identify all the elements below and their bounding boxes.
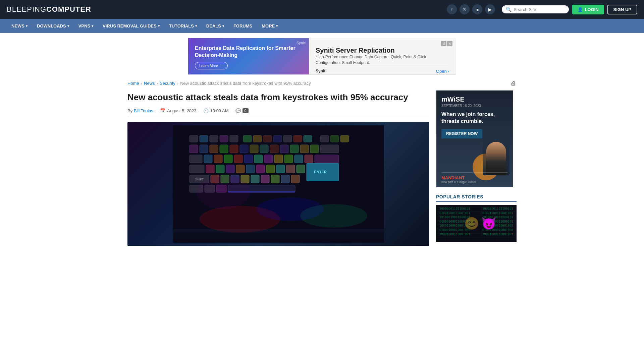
svg-rect-51	[276, 165, 285, 173]
search-input[interactable]	[514, 7, 565, 12]
nav-virus-removal[interactable]: VIRUS REMOVAL GUIDES ▾	[98, 19, 164, 33]
mandiant-sub: now part of Google Cloud	[441, 180, 508, 184]
svg-rect-44	[206, 165, 214, 173]
svg-rect-23	[260, 145, 268, 153]
ad-learn-more-button[interactable]: Learn More →	[195, 62, 228, 69]
breadcrumb-security[interactable]: Security	[160, 81, 175, 86]
youtube-icon[interactable]: ▶	[485, 4, 495, 14]
svg-rect-35	[244, 155, 253, 163]
main-container: New acoustic attack steals data from key…	[121, 90, 523, 253]
search-icon: 🔍	[506, 7, 512, 12]
ad-brand-label: Syniti	[297, 41, 306, 45]
mwise-register-button[interactable]: REGISTER NOW	[441, 129, 482, 138]
news-dropdown-arrow: ▾	[26, 24, 28, 28]
breadcrumb: Home › News › Security › New acoustic at…	[127, 81, 311, 86]
svg-point-74	[300, 204, 367, 228]
svg-rect-43	[190, 165, 204, 173]
nav-news[interactable]: NEWS ▾	[7, 19, 32, 33]
logo-bold: COMPUTER	[46, 5, 91, 13]
login-label: LOGIN	[585, 7, 598, 12]
svg-rect-33	[224, 155, 232, 163]
mastodon-icon[interactable]: m	[472, 4, 482, 14]
svg-rect-8	[263, 135, 272, 142]
svg-rect-40	[294, 155, 303, 163]
svg-point-75	[196, 176, 250, 209]
svg-rect-45	[216, 165, 224, 173]
svg-rect-1	[190, 135, 198, 142]
tutorials-dropdown-arrow: ▾	[195, 24, 197, 28]
print-icon[interactable]: 🖨	[511, 80, 517, 87]
svg-rect-26	[290, 145, 299, 153]
ad-banner: Syniti Enterprise Data Replication for S…	[188, 38, 456, 75]
svg-rect-13	[320, 135, 329, 142]
breadcrumb-home[interactable]: Home	[127, 81, 139, 86]
site-logo[interactable]: BLEEPINGCOMPUTER	[7, 5, 91, 14]
header-right: f 𝕏 m ▶ 🔍 👤 LOGIN SIGN UP	[447, 4, 637, 14]
comments-meta: 💬 0	[235, 108, 249, 113]
svg-rect-24	[270, 145, 278, 153]
nav-forums[interactable]: FORUMS	[229, 19, 257, 33]
mandiant-footer: MANDIANT now part of Google Cloud	[441, 172, 508, 184]
ad-right-panel: d ✕ Syniti Server Replication High-Perfo…	[309, 38, 456, 74]
svg-rect-34	[234, 155, 243, 163]
ad-options-button[interactable]: d	[441, 41, 446, 46]
login-button[interactable]: 👤 LOGIN	[572, 5, 604, 14]
deals-dropdown-arrow: ▾	[222, 24, 224, 28]
svg-rect-46	[226, 165, 234, 173]
ad-description: High-Performance Change Data Capture. Qu…	[316, 54, 449, 66]
popular-stories-title: POPULAR STORIES	[436, 194, 517, 202]
svg-rect-28	[310, 145, 319, 153]
article-date: August 5, 2023	[167, 108, 196, 113]
search-bar: 🔍	[502, 5, 569, 13]
svg-rect-3	[210, 135, 218, 142]
popular-story-image[interactable]: 10000001101100101 01001000110001001 1010…	[436, 205, 517, 242]
comment-count[interactable]: 0	[243, 108, 249, 113]
ad-left-panel: Syniti Enterprise Data Replication for S…	[188, 38, 309, 74]
article-title: New acoustic attack steals data from key…	[127, 92, 429, 103]
svg-rect-30	[190, 155, 202, 163]
nav-downloads[interactable]: DOWNLOADS ▾	[32, 19, 74, 33]
svg-rect-38	[274, 155, 283, 163]
nav-vpns[interactable]: VPNS ▾	[74, 19, 98, 33]
svg-rect-49	[256, 165, 265, 173]
mwise-logo: mWiSE SEPTEMBER 18-20, 2023	[441, 96, 508, 111]
nav-tutorials[interactable]: TUTORIALS ▾	[164, 19, 202, 33]
ad-close-button[interactable]: ✕	[447, 41, 452, 46]
svg-rect-19	[220, 145, 228, 153]
ad-open-link[interactable]: Open ›	[436, 69, 449, 74]
svg-rect-41	[305, 155, 313, 163]
breadcrumb-sep-2: ›	[157, 81, 158, 86]
author-link[interactable]: Bill Toulas	[134, 108, 153, 113]
nav-more[interactable]: MORE ▾	[257, 19, 282, 33]
facebook-icon[interactable]: f	[447, 4, 457, 14]
keyboard-svg: ENTER SHIFT	[173, 125, 384, 243]
author-label: By Bill Toulas	[127, 108, 153, 113]
breadcrumb-news[interactable]: News	[144, 81, 155, 86]
nav-deals[interactable]: DEALS ▾	[202, 19, 229, 33]
person-silhouette	[486, 142, 506, 175]
logo-light: BLEEPING	[7, 5, 46, 13]
svg-rect-27	[300, 145, 309, 153]
chevron-right-icon: ›	[448, 69, 449, 74]
downloads-dropdown-arrow: ▾	[67, 24, 69, 28]
mwise-logo-text: mWiSE	[441, 96, 508, 103]
user-icon: 👤	[578, 7, 583, 12]
emoji-face-1: 😊	[464, 217, 479, 231]
svg-rect-37	[264, 155, 273, 163]
learn-more-label: Learn More	[199, 64, 218, 68]
social-icons: f 𝕏 m ▶	[447, 4, 495, 14]
mwise-tagline: When we join forces, threats crumble.	[441, 111, 508, 125]
keyboard-visual: ENTER SHIFT	[127, 122, 429, 246]
site-header: BLEEPINGCOMPUTER f 𝕏 m ▶ 🔍 👤 LOGIN SIGN …	[0, 0, 644, 19]
svg-rect-20	[230, 145, 238, 153]
main-nav: NEWS ▾ DOWNLOADS ▾ VPNS ▾ VIRUS REMOVAL …	[0, 19, 644, 33]
svg-rect-47	[236, 165, 245, 173]
svg-rect-66	[291, 175, 300, 183]
svg-rect-18	[210, 145, 218, 153]
signup-button[interactable]: SIGN UP	[607, 5, 637, 14]
svg-rect-29	[320, 145, 339, 153]
twitter-icon[interactable]: 𝕏	[460, 4, 470, 14]
ad-headline: Enterprise Data Replication for Smarter …	[195, 45, 302, 59]
svg-rect-4	[220, 135, 228, 142]
svg-rect-50	[266, 165, 275, 173]
